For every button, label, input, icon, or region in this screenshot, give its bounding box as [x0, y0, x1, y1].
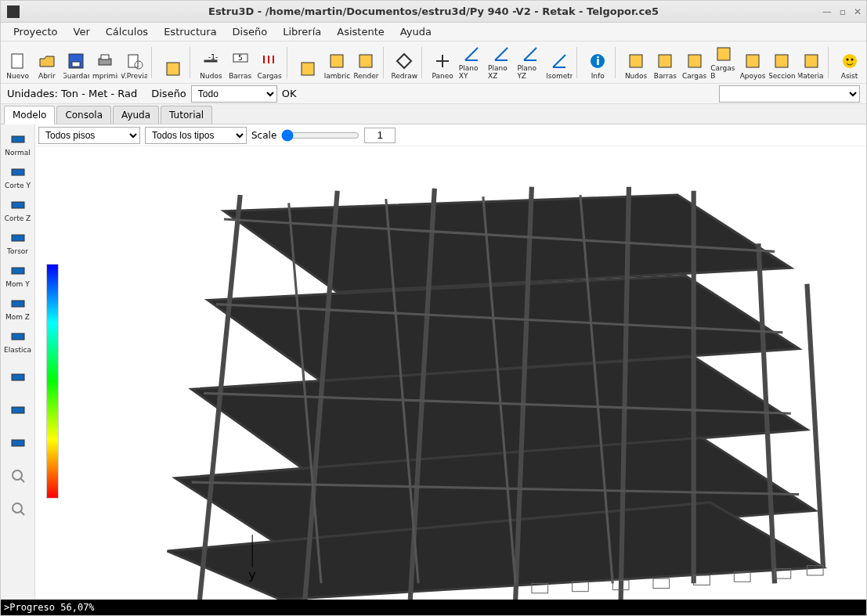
tb-isometr[interactable]: Isometr: [546, 44, 573, 81]
side-cortey[interactable]: Corte Y: [2, 159, 34, 190]
tb-paneo[interactable]: Paneo: [429, 44, 457, 81]
viewport-3d[interactable]: y: [35, 146, 866, 600]
tb-label: Alambrico: [323, 72, 351, 80]
scale-value-input[interactable]: [364, 128, 396, 143]
tab-ayuda[interactable]: Ayuda: [113, 106, 159, 124]
statusbar: >Progreso 56,07%: [1, 600, 866, 615]
svg-rect-35: [775, 55, 788, 67]
tb-cargas-b[interactable]: Cargas B: [710, 44, 737, 81]
toolbar-separator: [287, 47, 291, 78]
cargas2-icon: [298, 59, 318, 79]
tb-nudos[interactable]: -1-Nudos: [197, 44, 225, 81]
tb-redraw[interactable]: Redraw: [391, 44, 418, 81]
tb-nuevo[interactable]: Nuevo: [4, 44, 31, 81]
side-torsor[interactable]: Torsor: [2, 225, 34, 256]
toolbar-separator: [383, 47, 388, 78]
nudos2-icon: [626, 51, 646, 71]
svg-rect-30: [630, 55, 642, 67]
menu-ver[interactable]: Ver: [67, 24, 96, 39]
tb-cargas3[interactable]: Cargas: [681, 44, 708, 81]
tab-consola[interactable]: Consola: [56, 106, 111, 124]
tb-alambrico[interactable]: Alambrico: [323, 44, 351, 81]
maximize-button[interactable]: ▫: [840, 6, 846, 17]
tb-label: Barras: [229, 72, 251, 80]
svg-rect-48: [12, 407, 24, 413]
tb-barras2[interactable]: Barras: [652, 44, 679, 81]
tb-vprevia[interactable]: V.Previa: [121, 44, 148, 81]
tb-label: Imprimir: [92, 72, 119, 80]
side-zoomout[interactable]: [2, 488, 34, 519]
tb-material[interactable]: Material: [797, 44, 825, 81]
minimize-button[interactable]: —: [822, 6, 832, 17]
svg-marker-19: [397, 54, 411, 68]
tb-apoyos[interactable]: Apoyos: [739, 44, 766, 81]
window-title: Estru3D - /home/martin/Documentos/estru3…: [208, 5, 659, 17]
tb-info[interactable]: iInfo: [584, 44, 612, 81]
svg-point-37: [843, 54, 857, 68]
menu-proyecto[interactable]: Proyecto: [7, 24, 64, 39]
side-elastica[interactable]: Elastica: [2, 323, 34, 355]
imprimir-icon: [95, 51, 115, 71]
window-controls: — ▫ ✕: [822, 6, 862, 17]
type-filter-select[interactable]: Todos los tipos: [145, 127, 247, 144]
tb-abrir[interactable]: Abrir: [33, 44, 60, 81]
tb-label: Asist: [841, 72, 858, 80]
side-nc[interactable]: [2, 422, 34, 453]
tb-tool-sup[interactable]: [159, 44, 186, 81]
vprevia-icon: [125, 51, 145, 71]
close-button[interactable]: ✕: [854, 6, 862, 17]
side-na[interactable]: [2, 356, 34, 387]
tb-barras[interactable]: 5Barras: [226, 44, 254, 81]
right-combo[interactable]: [719, 85, 860, 103]
toolbar-separator: [151, 47, 156, 78]
tb-imprimir[interactable]: Imprimir: [92, 44, 119, 81]
menu-diseño[interactable]: Diseño: [226, 24, 274, 39]
tb-label: Abrir: [38, 72, 56, 80]
floor-filter-select[interactable]: Todos pisos: [38, 127, 140, 144]
nudos-icon: -1-: [200, 51, 221, 71]
side-cortez[interactable]: Corte Z: [2, 192, 34, 223]
tb-cargas[interactable]: Cargas: [255, 44, 283, 81]
settings-bar: Unidades: Ton - Met - Rad Diseño Todo OK: [1, 84, 866, 104]
menu-estructura[interactable]: Estructura: [157, 24, 222, 39]
tb-planoyz[interactable]: Plano YZ: [516, 44, 544, 81]
tb-cargas2[interactable]: [294, 44, 321, 81]
side-zoomin[interactable]: [2, 455, 34, 486]
zoomin-icon: [9, 467, 27, 485]
tb-seccion[interactable]: Seccion: [768, 44, 796, 81]
svg-rect-78: [653, 578, 670, 588]
toolbar-separator: [190, 47, 194, 78]
side-normal[interactable]: Normal: [2, 126, 34, 157]
svg-rect-0: [12, 54, 23, 68]
momy-icon: [9, 261, 27, 280]
tab-modelo[interactable]: Modelo: [4, 106, 55, 124]
tb-planoxy[interactable]: Plano XY: [458, 44, 486, 81]
design-select[interactable]: Todo: [191, 85, 277, 103]
redraw-icon: [394, 51, 414, 71]
side-momy[interactable]: Mom Y: [2, 258, 34, 289]
svg-line-66: [807, 284, 823, 567]
menu-cálculos[interactable]: Cálculos: [99, 24, 154, 39]
menu-ayuda[interactable]: Ayuda: [394, 24, 438, 39]
tb-label: Cargas: [682, 72, 706, 80]
momz-icon: [9, 294, 27, 313]
toolbar-separator: [828, 47, 833, 78]
side-momz[interactable]: Mom Z: [2, 290, 34, 322]
menu-librería[interactable]: Librería: [276, 24, 327, 39]
tb-label: Render: [353, 72, 378, 80]
svg-rect-36: [805, 55, 818, 67]
tb-planoxz[interactable]: Plano XZ: [487, 44, 515, 81]
side-nb[interactable]: [2, 389, 34, 420]
tool-sup-icon: [163, 59, 183, 79]
tb-nudos2[interactable]: Nudos: [622, 44, 649, 81]
render-icon: [356, 51, 376, 71]
tb-render[interactable]: Render: [352, 44, 380, 81]
scale-slider[interactable]: [281, 129, 359, 142]
svg-text:i: i: [596, 55, 600, 67]
tb-guardar[interactable]: Guardar: [63, 44, 90, 81]
cargas-icon: [259, 51, 280, 71]
svg-rect-40: [12, 136, 24, 142]
menu-asistente[interactable]: Asistente: [331, 24, 390, 39]
tab-tutorial[interactable]: Tutorial: [161, 106, 212, 124]
tb-asist[interactable]: Asist: [836, 44, 863, 81]
